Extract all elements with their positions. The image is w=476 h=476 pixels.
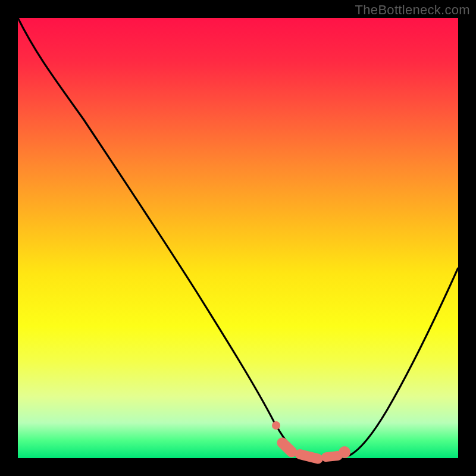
highlight-end-dot [339, 446, 350, 458]
curve-right-branch [350, 268, 458, 455]
watermark-text: TheBottleneck.com [355, 2, 470, 18]
plot-area [18, 18, 458, 458]
highlight-start-dot [272, 421, 280, 430]
bottleneck-curve [18, 18, 458, 458]
chart-frame: TheBottleneck.com [0, 0, 476, 476]
curve-left-branch [18, 18, 298, 453]
